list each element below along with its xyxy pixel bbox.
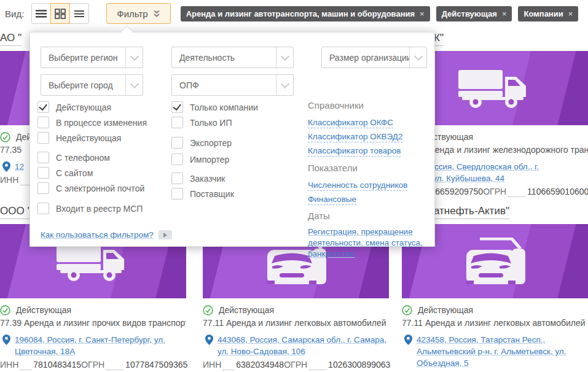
remove-tag-icon[interactable]: × xyxy=(568,9,573,18)
view-label: Вид: xyxy=(5,9,24,19)
hamburger-icon xyxy=(36,9,47,18)
company-title-link[interactable]: ООО " xyxy=(0,204,31,219)
checkbox-icon[interactable] xyxy=(37,132,49,144)
city-select-value: Выберите город xyxy=(41,75,125,95)
ogrn-value: 1026300899063 xyxy=(328,360,390,370)
view-grid-button[interactable] xyxy=(50,3,70,24)
company-title-link[interactable]: К" xyxy=(434,31,444,46)
chevron-down-icon xyxy=(409,47,426,68)
checkbox-with-email[interactable]: С электронной почтой xyxy=(37,182,144,194)
checkbox-icon[interactable] xyxy=(37,182,49,194)
checkbox-label: Только компании xyxy=(190,103,258,112)
ogrn-label: ОГРН xyxy=(81,360,104,370)
checkbox-icon[interactable] xyxy=(37,167,49,179)
map-pin-icon xyxy=(404,335,412,345)
checkbox-label: Действующая xyxy=(56,103,111,112)
grid-icon xyxy=(55,9,66,19)
map-pin-icon xyxy=(2,161,10,172)
opf-select[interactable]: ОПФ xyxy=(171,74,294,96)
remove-tag-icon[interactable]: × xyxy=(502,9,507,18)
checkbox-icon[interactable] xyxy=(171,117,183,128)
checkbox-supplier[interactable]: Поставщик xyxy=(171,188,234,200)
checkbox-ip-only[interactable]: Только ИП xyxy=(171,117,232,128)
org-size-select-value: Размер организации... xyxy=(322,47,409,68)
truck-icon xyxy=(457,67,533,110)
org-size-select[interactable]: Размер организации... xyxy=(321,47,427,68)
checkbox-label: Экспортер xyxy=(190,138,232,148)
dotted-leader xyxy=(508,196,525,197)
remove-tag-icon[interactable]: × xyxy=(420,9,425,18)
company-title-link[interactable]: атнефть-Актив" xyxy=(434,204,509,219)
checkbox-active[interactable]: Действующая xyxy=(37,101,111,113)
address-link[interactable]: бург, ул. Куйбышева, 44 xyxy=(413,172,588,184)
checkbox-icon[interactable] xyxy=(171,101,183,113)
checkbox-icon[interactable] xyxy=(171,188,183,200)
checkbox-icon[interactable] xyxy=(37,203,49,214)
checkbox-icon[interactable] xyxy=(37,152,49,163)
dotted-leader xyxy=(20,370,31,370)
address-row: 443068, Россия, Самарская обл., г. Самар… xyxy=(203,334,389,357)
chevron-down-icon xyxy=(125,75,143,95)
codes-row: ИНН 6382034948 ОГРН 1026300899063 xyxy=(203,360,389,372)
checkbox-label: Заказчик xyxy=(190,174,225,184)
checkbox-label: Входит в реестр МСП xyxy=(56,204,143,214)
address-link[interactable]: 196084, Россия, г. Санкт-Петербург, ул. … xyxy=(15,334,185,357)
link-financial[interactable]: Финансовые xyxy=(308,194,356,205)
city-select[interactable]: Выберите город xyxy=(41,74,143,96)
panel-notch xyxy=(120,26,133,39)
address-link[interactable]: 443068, Россия, Самарская обл., г. Самар… xyxy=(218,334,388,357)
checkbox-companies-only[interactable]: Только компании xyxy=(171,101,258,113)
region-select-value: Выберите регион xyxy=(41,47,125,68)
checkbox-with-phone[interactable]: С телефоном xyxy=(37,152,110,163)
checkbox-label: С электронной почтой xyxy=(56,184,144,193)
link-registration-dates[interactable]: Регистрация, прекращение деятельности, с… xyxy=(308,227,442,260)
status-text: Действующая xyxy=(16,305,71,315)
checkbox-inactive[interactable]: Недействующая xyxy=(37,132,121,144)
video-play-icon[interactable] xyxy=(159,230,172,239)
checkbox-label: В процессе изменения xyxy=(56,118,147,128)
address-row: 423458, Россия, Татарстан Респ., Альметь… xyxy=(402,334,588,369)
inn-label: ИНН xyxy=(0,175,18,185)
checkbox-msp-registry[interactable]: Входит в реестр МСП xyxy=(37,203,143,214)
region-select[interactable]: Выберите регион xyxy=(41,47,143,68)
view-list-detailed-button[interactable] xyxy=(69,3,89,24)
link-employee-count[interactable]: Численность сотрудников xyxy=(308,180,407,191)
checkbox-exporter[interactable]: Экспортер xyxy=(171,137,232,149)
checkbox-label: Только ИП xyxy=(190,118,232,128)
status-check-icon xyxy=(203,305,213,316)
link-classifier-okved2[interactable]: Классификатор ОКВЭД2 xyxy=(308,131,402,142)
checkbox-icon[interactable] xyxy=(171,153,183,165)
activity-select[interactable]: Деятельность xyxy=(171,47,294,68)
checkbox-with-site[interactable]: С сайтом xyxy=(37,167,93,179)
status-text: Действующая xyxy=(418,305,473,315)
address-link[interactable]: 423458, Россия, Татарстан Респ., Альметь… xyxy=(417,334,587,369)
chevron-down-icon xyxy=(125,47,143,68)
toolbar: Вид: Фильтр Аренда и xyxy=(0,0,588,27)
checkbox-icon[interactable] xyxy=(37,101,49,113)
inn-value: 7810483415 xyxy=(33,360,81,370)
link-classifier-okfs[interactable]: Классификатор ОКФС xyxy=(308,117,393,128)
filter-tag-activity[interactable]: Аренда и лизинг автотранспорта, машин и … xyxy=(181,6,430,21)
filter-tag-companies[interactable]: Компании × xyxy=(518,6,578,21)
directories-heading: Справочники xyxy=(308,100,364,110)
map-pin-icon xyxy=(2,335,10,345)
filter-tag-status[interactable]: Действующая × xyxy=(436,6,512,21)
inn-label: ИНН xyxy=(0,360,18,370)
checkbox-icon[interactable] xyxy=(171,172,183,184)
checkbox-importer[interactable]: Импортер xyxy=(171,153,229,165)
chevron-down-icon xyxy=(276,75,293,95)
checkbox-in-change[interactable]: В процессе изменения xyxy=(37,117,147,128)
address-link[interactable]: 6, Россия, Свердловская обл., г. xyxy=(415,161,588,172)
filter-button[interactable]: Фильтр xyxy=(106,3,170,24)
filter-help-link[interactable]: Как пользоваться фильтром? xyxy=(41,230,154,239)
checkbox-icon[interactable] xyxy=(171,137,183,149)
checkbox-customer[interactable]: Заказчик xyxy=(171,172,225,184)
company-title-link[interactable]: АО " xyxy=(0,31,22,46)
inn-value: 6659209750 xyxy=(435,187,483,196)
link-classifier-goods[interactable]: Классификатор товаров xyxy=(308,145,401,157)
indicators-heading: Показатели xyxy=(308,163,358,173)
ogrn-value: 1077847509365 xyxy=(125,360,187,370)
car-icon xyxy=(459,238,531,285)
view-list-simple-button[interactable] xyxy=(31,3,51,24)
checkbox-icon[interactable] xyxy=(37,117,49,128)
